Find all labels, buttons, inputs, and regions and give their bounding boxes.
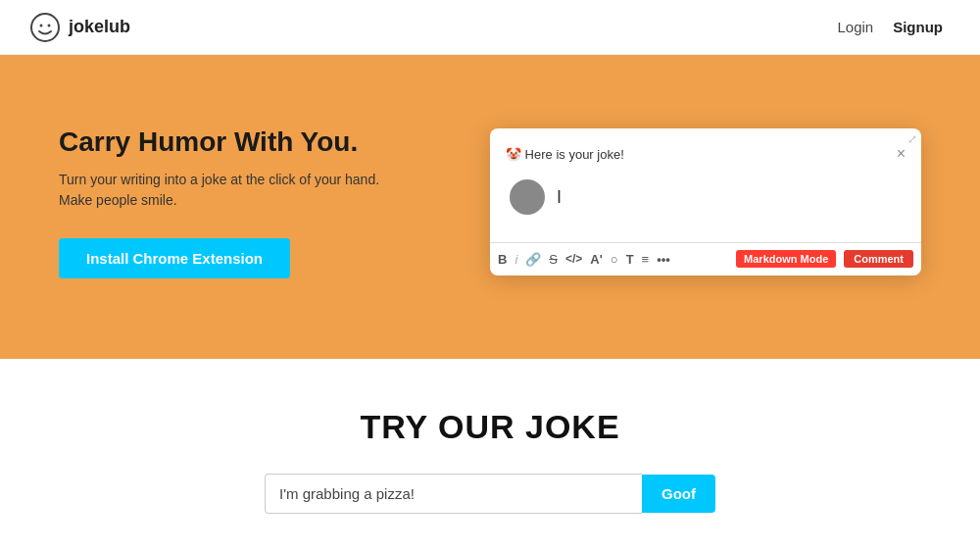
joke-input-row: Goof (265, 474, 715, 514)
toolbar-more-icon[interactable]: ••• (657, 252, 670, 267)
install-chrome-extension-button[interactable]: Install Chrome Extension (59, 238, 290, 278)
try-joke-title: TRY OUR JOKE (20, 408, 960, 446)
login-link[interactable]: Login (829, 15, 881, 39)
brand-name: jokelub (69, 17, 130, 37)
resize-handle-icon: ⤢ (907, 132, 917, 146)
hero-section: Carry Humor With You. Turn your writing … (0, 55, 980, 359)
goof-button[interactable]: Goof (642, 475, 715, 513)
hero-left: Carry Humor With You. Turn your writing … (59, 126, 379, 278)
mock-popup: ⤢ 🤡 Here is your joke! × I B i 🔗 S </> A… (490, 128, 921, 276)
comment-button[interactable]: Comment (844, 250, 913, 268)
mock-cursor-area: I (506, 172, 906, 228)
toolbar-code-icon[interactable]: </> (565, 252, 582, 266)
mock-popup-inner: 🤡 Here is your joke! × I (490, 128, 921, 242)
jokelub-logo-icon (29, 12, 61, 43)
svg-point-2 (48, 24, 51, 26)
mock-close-button[interactable]: × (897, 146, 906, 162)
toolbar-link-icon[interactable]: 🔗 (525, 252, 541, 267)
svg-point-1 (40, 24, 43, 26)
try-joke-section: TRY OUR JOKE Goof (0, 359, 980, 552)
hero-subtext-line2: Make people smile. (59, 192, 177, 208)
navbar-auth: Login Signup (829, 15, 951, 39)
signup-link[interactable]: Signup (885, 15, 951, 39)
toolbar-italic-icon[interactable]: i (514, 252, 517, 267)
toolbar-text-icon[interactable]: T (626, 252, 634, 267)
navbar: jokelub Login Signup (0, 0, 980, 55)
navbar-brand: jokelub (29, 12, 130, 43)
hero-subtext: Turn your writing into a joke at the cli… (59, 170, 379, 211)
toolbar-bold-icon[interactable]: B (498, 252, 507, 267)
joke-input[interactable] (265, 474, 642, 514)
mock-toolbar: B i 🔗 S </> A' ○ T ≡ ••• Markdown Mode C… (490, 242, 921, 275)
hero-subtext-line1: Turn your writing into a joke at the cli… (59, 172, 379, 187)
markdown-mode-button[interactable]: Markdown Mode (736, 250, 836, 268)
mock-avatar (510, 179, 545, 215)
hero-right: ⤢ 🤡 Here is your joke! × I B i 🔗 S </> A… (490, 128, 921, 276)
hero-heading: Carry Humor With You. (59, 126, 379, 158)
svg-point-0 (31, 14, 59, 41)
toolbar-list-icon[interactable]: ≡ (642, 252, 650, 267)
mock-popup-title: 🤡 Here is your joke! (506, 147, 624, 162)
mock-text-cursor: I (557, 187, 562, 208)
mock-popup-header: 🤡 Here is your joke! × (506, 146, 906, 162)
toolbar-circle-icon[interactable]: ○ (611, 252, 618, 267)
toolbar-font-icon[interactable]: A' (590, 252, 602, 267)
toolbar-strikethrough-icon[interactable]: S (549, 252, 558, 267)
